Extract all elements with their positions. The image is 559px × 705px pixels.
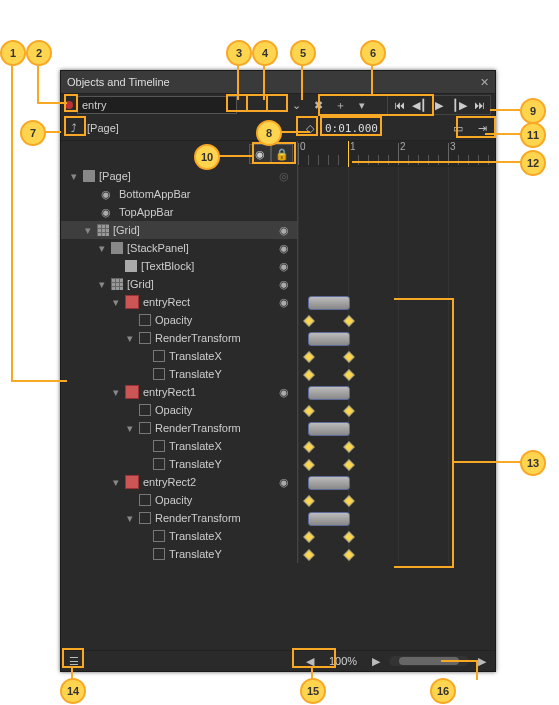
timeline-track[interactable] bbox=[297, 365, 495, 383]
storyboard-picker-icon[interactable]: ▾ bbox=[353, 96, 371, 114]
timeline-track[interactable] bbox=[297, 491, 495, 509]
time-display[interactable]: 0:01.000 bbox=[325, 122, 378, 135]
visibility-toggle[interactable] bbox=[275, 296, 293, 309]
expand-icon[interactable] bbox=[111, 477, 121, 487]
visibility-toggle[interactable] bbox=[275, 260, 293, 273]
storyboard-name-input[interactable] bbox=[77, 96, 237, 114]
tree-row[interactable]: TranslateY bbox=[61, 455, 495, 473]
timeline-track[interactable] bbox=[297, 167, 495, 185]
timeline-track[interactable] bbox=[297, 293, 495, 311]
keyframe[interactable] bbox=[343, 441, 354, 452]
expand-icon[interactable] bbox=[111, 297, 121, 307]
visibility-toggle[interactable] bbox=[275, 242, 293, 255]
tree-row[interactable]: RenderTransform bbox=[61, 329, 495, 347]
expand-icon[interactable] bbox=[125, 423, 135, 433]
animation-clip[interactable] bbox=[308, 512, 350, 526]
timeline-track[interactable] bbox=[297, 455, 495, 473]
keyframe[interactable] bbox=[303, 351, 314, 362]
tree-row[interactable]: [Grid] bbox=[61, 275, 495, 293]
tree-row[interactable]: RenderTransform bbox=[61, 509, 495, 527]
keyframe[interactable] bbox=[303, 315, 314, 326]
keyframe[interactable] bbox=[303, 441, 314, 452]
timeline-track[interactable] bbox=[297, 329, 495, 347]
keyframe[interactable] bbox=[343, 549, 354, 560]
tree-row[interactable]: TranslateY bbox=[61, 545, 495, 563]
visibility-toggle[interactable] bbox=[275, 386, 293, 399]
expand-icon[interactable] bbox=[69, 171, 79, 181]
next-frame-button[interactable]: ┃▶ bbox=[450, 97, 468, 113]
tree-row[interactable]: entryRect2 bbox=[61, 473, 495, 491]
keyframe[interactable] bbox=[303, 459, 314, 470]
tree-row[interactable]: TranslateY bbox=[61, 365, 495, 383]
timeline-track[interactable] bbox=[297, 347, 495, 365]
keyframe[interactable] bbox=[343, 531, 354, 542]
timeline-track[interactable] bbox=[297, 257, 495, 275]
timeline-track[interactable] bbox=[297, 383, 495, 401]
timeline-track[interactable] bbox=[297, 239, 495, 257]
tree-row[interactable]: [Grid] bbox=[61, 221, 495, 239]
expand-icon[interactable] bbox=[111, 387, 121, 397]
go-first-button[interactable]: ⏮ bbox=[390, 97, 408, 113]
filter-icon[interactable]: ☰ bbox=[65, 652, 83, 670]
expand-icon[interactable] bbox=[125, 333, 135, 343]
new-keyframe-icon[interactable]: ◇ bbox=[301, 119, 319, 137]
close-icon[interactable]: ✕ bbox=[480, 76, 489, 89]
panel-titlebar[interactable]: Objects and Timeline ✕ bbox=[61, 71, 495, 94]
keyframe[interactable] bbox=[303, 405, 314, 416]
expand-icon[interactable] bbox=[83, 225, 93, 235]
visibility-toggle[interactable] bbox=[275, 278, 293, 291]
new-storyboard-icon[interactable]: ＋ bbox=[331, 96, 349, 114]
tree-row[interactable]: Opacity bbox=[61, 311, 495, 329]
tree-row[interactable]: Opacity bbox=[61, 401, 495, 419]
expand-icon[interactable] bbox=[125, 513, 135, 523]
tree-row[interactable]: BottomAppBar bbox=[61, 185, 495, 203]
animation-clip[interactable] bbox=[308, 476, 350, 490]
tree-row[interactable]: [TextBlock] bbox=[61, 257, 495, 275]
timeline-track[interactable] bbox=[297, 545, 495, 563]
visibility-icon[interactable] bbox=[97, 206, 115, 219]
timeline-track[interactable] bbox=[297, 509, 495, 527]
tree-row[interactable]: TranslateX bbox=[61, 437, 495, 455]
timeline-track[interactable] bbox=[297, 203, 495, 221]
animation-clip[interactable] bbox=[308, 332, 350, 346]
timeline-track[interactable] bbox=[297, 437, 495, 455]
visibility-icon[interactable] bbox=[97, 188, 115, 201]
timeline-track[interactable] bbox=[297, 311, 495, 329]
timeline-track[interactable] bbox=[297, 185, 495, 203]
play-button[interactable]: ▶ bbox=[430, 97, 448, 113]
timeline-track[interactable] bbox=[297, 473, 495, 491]
keyframe[interactable] bbox=[303, 549, 314, 560]
snap-options-icon[interactable]: ▭ bbox=[449, 119, 467, 137]
tree-row[interactable]: entryRect1 bbox=[61, 383, 495, 401]
zoom-in-icon[interactable]: ▶ bbox=[367, 652, 385, 670]
animation-clip[interactable] bbox=[308, 296, 350, 310]
timeline-track[interactable] bbox=[297, 527, 495, 545]
expand-icon[interactable] bbox=[97, 243, 107, 253]
tree-row[interactable]: TopAppBar bbox=[61, 203, 495, 221]
keyframe[interactable] bbox=[343, 459, 354, 470]
prev-frame-button[interactable]: ◀┃ bbox=[410, 97, 428, 113]
eye-column-icon[interactable]: ◉ bbox=[249, 144, 271, 164]
tree-row[interactable]: RenderTransform bbox=[61, 419, 495, 437]
keyframe[interactable] bbox=[343, 351, 354, 362]
tree-row[interactable]: [Page] bbox=[61, 167, 495, 185]
animation-clip[interactable] bbox=[308, 422, 350, 436]
visibility-toggle[interactable] bbox=[275, 170, 293, 183]
keyframe[interactable] bbox=[343, 315, 354, 326]
tree-row[interactable]: Opacity bbox=[61, 491, 495, 509]
zoom-out-icon[interactable]: ◀ bbox=[301, 652, 319, 670]
keyframe[interactable] bbox=[303, 495, 314, 506]
timeline-track[interactable] bbox=[297, 221, 495, 239]
keyframe[interactable] bbox=[343, 405, 354, 416]
zoom-level[interactable]: 100% bbox=[323, 655, 363, 667]
keyframe[interactable] bbox=[303, 531, 314, 542]
go-last-button[interactable]: ⏭ bbox=[470, 97, 488, 113]
close-storyboard-icon[interactable]: ✖ bbox=[309, 96, 327, 114]
playhead[interactable] bbox=[348, 141, 349, 167]
tree-row[interactable]: TranslateX bbox=[61, 527, 495, 545]
visibility-toggle[interactable] bbox=[275, 224, 293, 237]
keyframe[interactable] bbox=[303, 369, 314, 380]
lock-column-icon[interactable]: 🔒 bbox=[271, 144, 293, 164]
visibility-toggle[interactable] bbox=[275, 476, 293, 489]
keyframe[interactable] bbox=[343, 369, 354, 380]
